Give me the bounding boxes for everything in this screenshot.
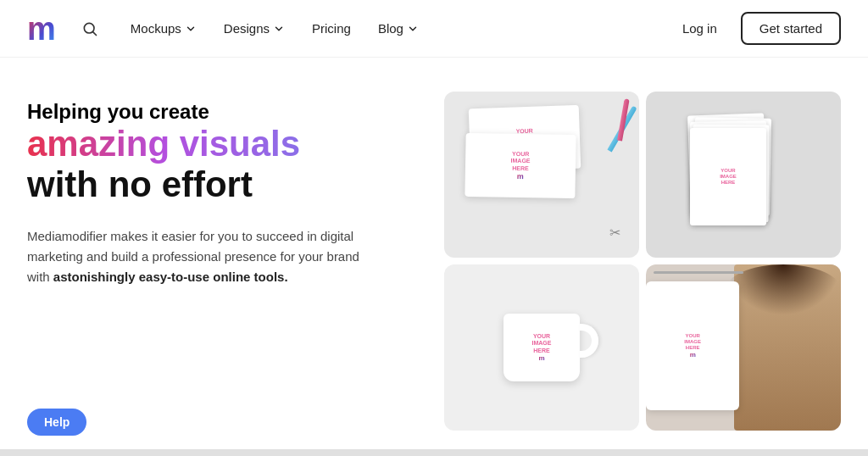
hero-title: Helping you create amazing visuals with …: [27, 100, 417, 206]
mug-scene: YOURIMAGEHERE m: [444, 264, 639, 431]
bottom-bar: [0, 449, 868, 456]
book-1: YOURIMAGEHERE: [690, 128, 766, 225]
chevron-down-icon: [185, 23, 197, 35]
chevron-down-icon: [273, 23, 285, 35]
shirt-body: YOURIMAGEHERE m: [646, 281, 739, 411]
hanger: [654, 271, 743, 274]
hero-title-line2: amazing visuals: [27, 124, 300, 164]
logo-text: m: [27, 13, 54, 45]
svg-point-0: [84, 23, 94, 33]
mockup-book-stack[interactable]: YOURIMAGEHERE YOURIMAGEHERE YOURIMAGEHER…: [646, 92, 841, 258]
search-icon: [81, 20, 98, 37]
nav-item-blog[interactable]: Blog: [366, 14, 431, 42]
mockup-grid: YOURIMAGEHERE YOURIMAGEHERE m ✂ YOURIMAG…: [417, 92, 841, 431]
chevron-down-icon: [407, 23, 419, 35]
nav-item-mockups[interactable]: Mockups: [119, 14, 209, 42]
hero-subtitle: Mediamodifier makes it easier for you to…: [27, 226, 366, 287]
hero-title-line3: with no effort: [27, 164, 253, 204]
person-silhouette: [734, 264, 842, 431]
hero-copy: Helping you create amazing visuals with …: [27, 92, 417, 287]
book-stack-scene: YOURIMAGEHERE YOURIMAGEHERE YOURIMAGEHER…: [665, 104, 821, 246]
mockup-sweatshirt[interactable]: YOURIMAGEHERE m: [646, 264, 841, 431]
get-started-button[interactable]: Get started: [741, 12, 841, 45]
svg-line-1: [93, 31, 97, 35]
main-nav: Mockups Designs Pricing Blog: [119, 14, 672, 42]
mockup-business-cards[interactable]: YOURIMAGEHERE YOURIMAGEHERE m ✂: [444, 92, 639, 258]
nav-item-pricing[interactable]: Pricing: [300, 14, 363, 42]
hero-title-line1: Helping you create: [27, 100, 209, 123]
search-button[interactable]: [81, 20, 98, 37]
header: m Mockups Designs Pricing Blog Log in Ge…: [0, 0, 868, 58]
hero-section: Helping you create amazing visuals with …: [0, 58, 868, 456]
login-button[interactable]: Log in: [672, 14, 727, 42]
header-actions: Log in Get started: [672, 12, 841, 45]
mug-body: YOURIMAGEHERE m: [504, 314, 580, 381]
mug-handle: [580, 324, 598, 358]
business-cards-scene: YOURIMAGEHERE YOURIMAGEHERE m ✂: [444, 92, 639, 258]
help-button[interactable]: Help: [27, 409, 86, 436]
mockup-mug[interactable]: YOURIMAGEHERE m: [444, 264, 639, 431]
sweatshirt-scene: YOURIMAGEHERE m: [646, 264, 841, 431]
scissors-hint: ✂: [609, 225, 620, 241]
logo[interactable]: m: [27, 13, 54, 45]
business-card-front: YOURIMAGEHERE m: [465, 133, 576, 198]
nav-item-designs[interactable]: Designs: [212, 14, 297, 42]
